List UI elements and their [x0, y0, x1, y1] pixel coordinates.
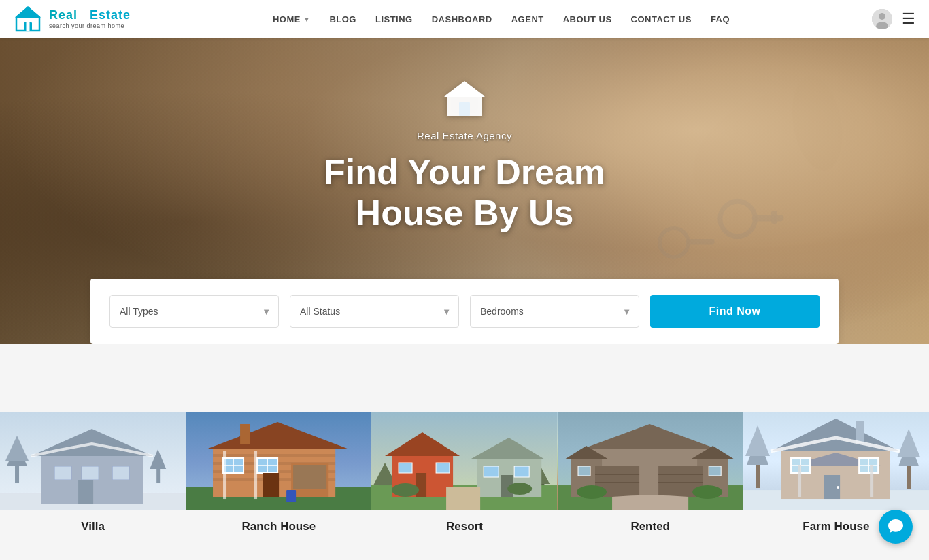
svg-rect-51: [223, 451, 226, 499]
svg-rect-52: [254, 451, 257, 499]
hero-subtitle: Real Estate Agency: [324, 130, 605, 141]
home-caret: ▼: [303, 16, 310, 23]
svg-point-10: [720, 201, 756, 237]
logo-icon: [14, 5, 42, 33]
svg-rect-88: [709, 466, 721, 476]
svg-marker-16: [444, 81, 485, 97]
svg-rect-112: [870, 465, 873, 497]
hero-title: Find Your Dream House By Us: [324, 152, 605, 234]
type-select-wrapper: All Types Villa Ranch House Resort Rente…: [109, 295, 279, 328]
svg-rect-14: [687, 239, 715, 244]
property-card-villa[interactable]: Villa: [0, 412, 186, 538]
nav-links: HOME ▼ BLOG LISTING DASHBOARD AGENT ABOU…: [265, 10, 738, 29]
ranch-image: [186, 412, 371, 510]
svg-rect-17: [459, 102, 470, 116]
nav-listing[interactable]: LISTING: [367, 10, 421, 29]
svg-point-5: [879, 13, 885, 20]
navbar: Real Estate search your dream home HOME …: [0, 0, 929, 38]
resort-label: Resort: [371, 510, 557, 538]
svg-rect-67: [484, 466, 499, 477]
hero-content: Real Estate Agency Find Your Dream House…: [324, 80, 605, 302]
property-card-rented[interactable]: Rented: [558, 412, 743, 538]
svg-rect-11: [752, 215, 784, 221]
svg-rect-24: [54, 466, 71, 480]
brand-tagline: search your dream home: [49, 22, 131, 30]
rented-svg: [558, 412, 743, 510]
brand-name: Real Estate: [49, 8, 131, 23]
farmhouse-image: [743, 412, 929, 510]
avatar-icon: [872, 9, 892, 29]
find-now-button[interactable]: Find Now: [650, 295, 820, 328]
svg-rect-12: [771, 211, 777, 224]
villa-label: Villa: [0, 510, 186, 538]
svg-rect-3: [27, 22, 30, 31]
nav-contact[interactable]: CONTACT US: [623, 10, 700, 29]
chat-button[interactable]: [879, 510, 913, 544]
nav-about[interactable]: ABOUT US: [555, 10, 620, 29]
resort-image: [371, 412, 557, 510]
property-grid: Villa: [0, 412, 929, 538]
svg-point-9: [786, 72, 849, 175]
nav-dashboard[interactable]: DASHBOARD: [424, 10, 501, 29]
svg-rect-63: [436, 463, 450, 473]
svg-point-110: [837, 486, 839, 489]
logo[interactable]: Real Estate search your dream home: [14, 5, 131, 33]
svg-rect-68: [515, 466, 530, 477]
svg-rect-70: [446, 487, 480, 510]
svg-rect-50: [263, 473, 279, 497]
svg-rect-101: [856, 421, 864, 443]
svg-rect-25: [82, 466, 99, 480]
type-select[interactable]: All Types Villa Ranch House Resort Rente…: [109, 295, 279, 328]
svg-point-71: [392, 483, 419, 497]
logo-text: Real Estate search your dream home: [49, 8, 131, 30]
nav-faq[interactable]: FAQ: [703, 10, 738, 29]
svg-rect-43: [293, 465, 326, 489]
svg-point-13: [660, 228, 688, 257]
svg-point-90: [692, 485, 722, 499]
svg-point-8: [674, 63, 897, 247]
hero-house-svg: [444, 80, 485, 118]
svg-rect-87: [578, 466, 590, 476]
rented-image: [558, 412, 743, 510]
villa-image: [0, 412, 186, 510]
svg-rect-96: [907, 463, 911, 489]
svg-rect-26: [112, 466, 129, 480]
svg-rect-111: [798, 465, 801, 497]
svg-rect-36: [213, 454, 335, 457]
ranch-svg: [186, 412, 371, 510]
brand-name-part2: Estate: [90, 8, 131, 22]
property-card-resort[interactable]: Resort: [371, 412, 557, 538]
nav-home[interactable]: HOME ▼: [265, 10, 318, 29]
chat-icon: [887, 518, 905, 536]
rented-label: Rented: [558, 510, 743, 538]
ranch-label: Ranch House: [186, 510, 371, 538]
svg-rect-62: [399, 463, 412, 473]
svg-rect-41: [240, 424, 250, 444]
user-avatar[interactable]: [872, 9, 892, 29]
hamburger-icon[interactable]: ☰: [902, 10, 915, 28]
resort-svg: [371, 412, 557, 510]
villa-svg: [0, 412, 186, 510]
farmhouse-svg: [743, 412, 929, 510]
hero-section: Real Estate Agency Find Your Dream House…: [0, 38, 929, 344]
svg-marker-1: [15, 6, 41, 18]
brand-name-part1: Real: [49, 8, 78, 22]
svg-point-72: [508, 483, 533, 495]
svg-rect-53: [286, 490, 296, 502]
hero-house-icon: [324, 80, 605, 126]
property-section: Villa: [0, 398, 929, 560]
nav-blog[interactable]: BLOG: [321, 10, 365, 29]
svg-rect-27: [78, 480, 93, 504]
property-card-ranch[interactable]: Ranch House: [186, 412, 371, 538]
navbar-right: ☰: [872, 9, 915, 29]
svg-point-89: [577, 485, 607, 499]
nav-agent[interactable]: AGENT: [503, 10, 552, 29]
